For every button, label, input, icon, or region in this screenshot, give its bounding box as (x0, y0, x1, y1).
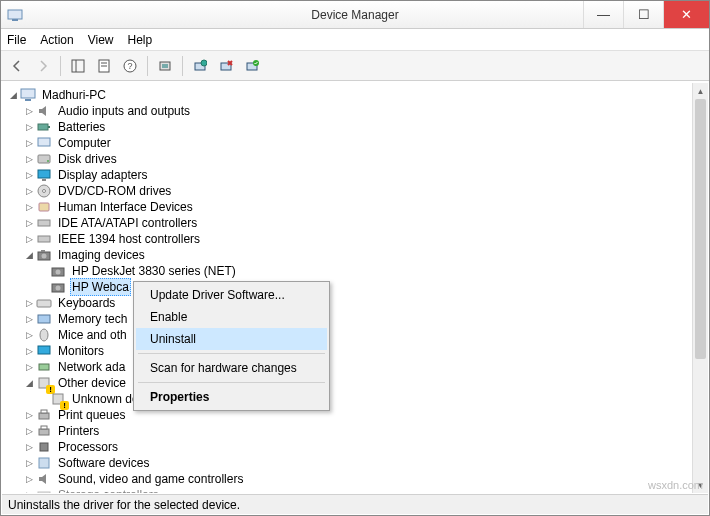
expand-icon[interactable]: ▷ (22, 232, 36, 246)
tree-node-imaging-child[interactable]: HP DeskJet 3830 series (NET) (6, 263, 691, 279)
tree-node-unknown[interactable]: Unknown device (6, 391, 691, 407)
collapse-icon[interactable]: ◢ (22, 376, 36, 390)
tree-node-software[interactable]: ▷ Software devices (6, 455, 691, 471)
svg-rect-18 (38, 124, 48, 130)
svg-point-34 (56, 270, 61, 275)
camera-icon (36, 247, 52, 263)
tree-node-processors[interactable]: ▷ Processors (6, 439, 691, 455)
expand-icon[interactable]: ▷ (22, 456, 36, 470)
context-menu-enable[interactable]: Enable (136, 306, 327, 328)
forward-button[interactable] (31, 54, 55, 78)
vertical-scrollbar[interactable]: ▲ ▼ (692, 83, 708, 493)
tree-node-batteries[interactable]: ▷ Batteries (6, 119, 691, 135)
expand-icon[interactable]: ▷ (22, 200, 36, 214)
unknown-device-icon (50, 391, 66, 407)
svg-text:?: ? (127, 61, 132, 71)
update-driver-button[interactable] (153, 54, 177, 78)
svg-rect-46 (39, 429, 49, 435)
back-button[interactable] (5, 54, 29, 78)
expand-icon[interactable]: ▷ (22, 120, 36, 134)
tree-node-memory[interactable]: ▷ Memory tech (6, 311, 691, 327)
svg-rect-28 (38, 220, 50, 226)
expand-icon[interactable]: ▷ (22, 312, 36, 326)
tree-node-imaging[interactable]: ◢ Imaging devices (6, 247, 691, 263)
expand-icon[interactable]: ▷ (22, 344, 36, 358)
tree-node-sound[interactable]: ▷ Sound, video and game controllers (6, 471, 691, 487)
device-tree[interactable]: ◢ Madhuri-PC ▷ Audio inputs and outputs … (2, 83, 691, 493)
expand-icon[interactable]: ▷ (22, 184, 36, 198)
tree-node-imaging-child-selected[interactable]: HP Webca (6, 279, 691, 295)
disk-icon (36, 151, 52, 167)
expand-icon[interactable]: ▷ (22, 424, 36, 438)
memory-icon (36, 311, 52, 327)
tree-node-other[interactable]: ◢ Other device (6, 375, 691, 391)
other-icon (36, 375, 52, 391)
toolbar-separator (182, 56, 183, 76)
tree-node-label: Mice and oth (56, 327, 129, 343)
tree-node-printqueues[interactable]: ▷ Print queues (6, 407, 691, 423)
expand-icon[interactable]: ▷ (22, 472, 36, 486)
tree-node-disk[interactable]: ▷ Disk drives (6, 151, 691, 167)
expand-icon[interactable]: ▷ (22, 152, 36, 166)
pc-icon (36, 135, 52, 151)
menu-action[interactable]: Action (40, 33, 73, 47)
tree-node-computer[interactable]: ▷ Computer (6, 135, 691, 151)
storage-icon (36, 487, 52, 493)
tree-node-ide[interactable]: ▷ IDE ATA/ATAPI controllers (6, 215, 691, 231)
show-hide-tree-button[interactable] (66, 54, 90, 78)
tree-node-label: DVD/CD-ROM drives (56, 183, 173, 199)
svg-rect-2 (72, 60, 84, 72)
tree-root[interactable]: ◢ Madhuri-PC (6, 87, 691, 103)
tree-node-hid[interactable]: ▷ Human Interface Devices (6, 199, 691, 215)
expand-icon[interactable]: ▷ (22, 488, 36, 493)
properties-button[interactable] (92, 54, 116, 78)
svg-rect-17 (25, 99, 31, 101)
menu-help[interactable]: Help (128, 33, 153, 47)
cpu-icon (36, 439, 52, 455)
scrollbar-thumb[interactable] (695, 99, 706, 359)
help-button[interactable]: ? (118, 54, 142, 78)
enable-button[interactable] (240, 54, 264, 78)
camera-icon (50, 279, 66, 295)
tree-node-storage[interactable]: ▷ Storage controllers (6, 487, 691, 493)
tree-node-audio[interactable]: ▷ Audio inputs and outputs (6, 103, 691, 119)
expand-icon[interactable]: ▷ (22, 168, 36, 182)
tree-node-label: Batteries (56, 119, 107, 135)
expand-icon[interactable]: ▷ (22, 328, 36, 342)
context-menu-update-driver[interactable]: Update Driver Software... (136, 284, 327, 306)
context-menu-properties[interactable]: Properties (136, 386, 327, 408)
context-menu-separator (138, 353, 325, 354)
context-menu: Update Driver Software... Enable Uninsta… (133, 281, 330, 411)
menu-view[interactable]: View (88, 33, 114, 47)
tree-node-network[interactable]: ▷ Network ada (6, 359, 691, 375)
tree-node-monitors[interactable]: ▷ Monitors (6, 343, 691, 359)
menu-file[interactable]: File (7, 33, 26, 47)
context-menu-uninstall[interactable]: Uninstall (136, 328, 327, 350)
expand-icon[interactable]: ▷ (22, 136, 36, 150)
scrollbar-up-arrow[interactable]: ▲ (693, 83, 708, 99)
expand-icon[interactable]: ▷ (22, 216, 36, 230)
tree-node-mice[interactable]: ▷ Mice and oth (6, 327, 691, 343)
tree-node-dvd[interactable]: ▷ DVD/CD-ROM drives (6, 183, 691, 199)
expand-icon[interactable]: ▷ (22, 104, 36, 118)
expand-icon[interactable]: ▷ (22, 360, 36, 374)
mouse-icon (36, 327, 52, 343)
tree-node-keyboards[interactable]: ▷ Keyboards (6, 295, 691, 311)
scan-hardware-button[interactable] (188, 54, 212, 78)
tree-node-label: Software devices (56, 455, 151, 471)
collapse-icon[interactable]: ◢ (6, 88, 20, 102)
context-menu-scan[interactable]: Scan for hardware changes (136, 357, 327, 379)
tree-node-label: Other device (56, 375, 128, 391)
expand-icon[interactable]: ▷ (22, 440, 36, 454)
uninstall-button[interactable] (214, 54, 238, 78)
sound-icon (36, 471, 52, 487)
svg-rect-19 (48, 126, 50, 128)
tree-node-display[interactable]: ▷ Display adapters (6, 167, 691, 183)
expand-icon[interactable]: ▷ (22, 408, 36, 422)
collapse-icon[interactable]: ◢ (22, 248, 36, 262)
expand-icon[interactable]: ▷ (22, 296, 36, 310)
svg-point-36 (56, 286, 61, 291)
tree-node-ieee[interactable]: ▷ IEEE 1394 host controllers (6, 231, 691, 247)
tree-node-printers[interactable]: ▷ Printers (6, 423, 691, 439)
tree-node-label: Computer (56, 135, 113, 151)
